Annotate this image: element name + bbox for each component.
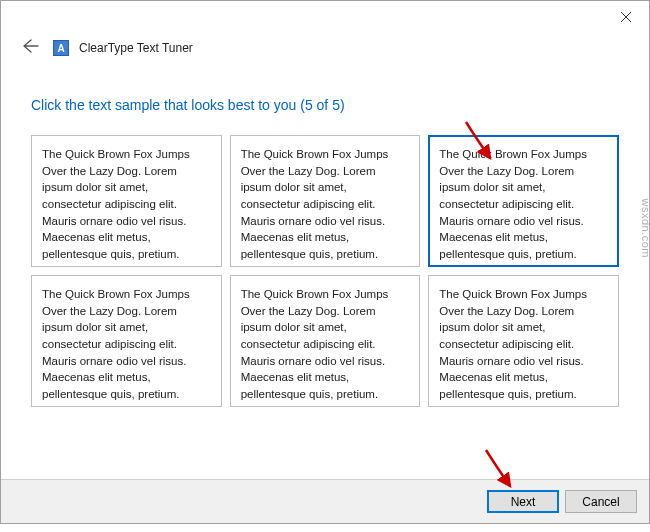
content-area: Click the text sample that looks best to… [1,69,649,407]
text-sample-5[interactable]: The Quick Brown Fox Jumps Over the Lazy … [230,275,421,407]
text-sample-3[interactable]: The Quick Brown Fox Jumps Over the Lazy … [428,135,619,267]
titlebar [1,1,649,33]
dialog-window: A ClearType Text Tuner Click the text sa… [0,0,650,524]
cancel-button[interactable]: Cancel [565,490,637,513]
sample-grid: The Quick Brown Fox Jumps Over the Lazy … [31,135,619,407]
instruction-text: Click the text sample that looks best to… [31,97,619,113]
app-icon: A [53,40,69,56]
next-button[interactable]: Next [487,490,559,513]
back-button[interactable] [19,37,43,59]
text-sample-6[interactable]: The Quick Brown Fox Jumps Over the Lazy … [428,275,619,407]
text-sample-2[interactable]: The Quick Brown Fox Jumps Over the Lazy … [230,135,421,267]
window-title: ClearType Text Tuner [79,41,193,55]
text-sample-1[interactable]: The Quick Brown Fox Jumps Over the Lazy … [31,135,222,267]
footer: Next Cancel [1,479,649,523]
header: A ClearType Text Tuner [1,33,649,69]
close-button[interactable] [605,3,647,31]
text-sample-4[interactable]: The Quick Brown Fox Jumps Over the Lazy … [31,275,222,407]
watermark-text: wsxdn.com [640,198,650,258]
back-arrow-icon [23,39,39,53]
close-icon [621,12,631,22]
